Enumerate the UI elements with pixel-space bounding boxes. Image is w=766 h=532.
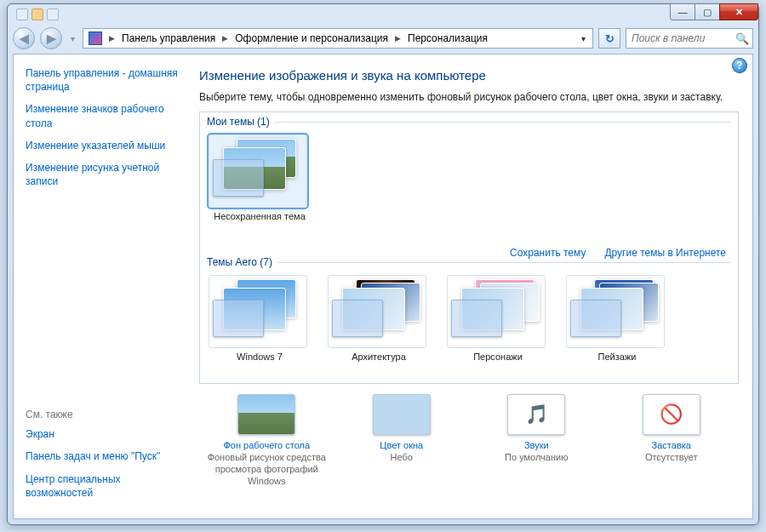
option-title: Фон рабочего стола [207,440,326,450]
desktop-background-icon [237,394,295,435]
sidebar-link-desktop-icons[interactable]: Изменение значков рабочего стола [26,102,180,129]
help-button[interactable]: ? [732,58,747,73]
address-bar[interactable]: ▶ Панель управления ▶ Оформление и персо… [83,28,593,49]
page-subtext: Выберите тему, чтобы одновременно измени… [199,91,739,103]
more-themes-link[interactable]: Другие темы в Интернете [604,247,726,259]
section-my-themes-label: Мои темы (1) [207,116,270,128]
back-button[interactable]: ◀ [13,27,35,49]
seealso-link-ease-of-access[interactable]: Центр специальных возможностей [26,472,180,500]
divider [277,262,731,263]
window-frame: — ▢ ✕ ◀ ▶ ▾ ▶ Панель управления ▶ Оформл… [7,3,759,525]
theme-item-unsaved[interactable]: Несохраненная тема [209,134,311,222]
main-panel: ? Изменение изображения и звука на компь… [191,54,752,518]
title-icon-2 [31,9,43,20]
theme-caption: Windows 7 [209,352,311,363]
title-bar[interactable]: — ▢ ✕ [8,4,758,25]
theme-caption: Несохраненная тема [209,211,311,222]
forward-button[interactable]: ▶ [40,27,62,49]
theme-item-characters[interactable]: Персонажи [447,275,549,363]
breadcrumb-seg-1[interactable]: Оформление и персонализация [232,32,392,44]
search-icon: 🔍 [735,32,749,45]
option-desc: По умолчанию [477,452,596,464]
sidebar-link-mouse-pointers[interactable]: Изменение указателей мыши [26,139,180,152]
option-title: Заставка [612,440,731,450]
title-icon-1 [16,9,28,20]
breadcrumb-sep-icon: ▶ [220,34,230,43]
nav-row: ◀ ▶ ▾ ▶ Панель управления ▶ Оформление и… [8,25,758,52]
see-also-label: См. также [26,409,180,420]
theme-caption: Архитектура [328,352,430,363]
sounds-icon: 🎵 [507,394,565,435]
sidebar-link-account-picture[interactable]: Изменение рисунка учетной записи [26,161,180,188]
theme-item-windows7[interactable]: Windows 7 [209,275,311,363]
theme-item-architecture[interactable]: Архитектура [328,275,430,363]
screensaver-icon: 🚫 [643,394,700,435]
minimize-button[interactable]: — [670,3,695,20]
option-screensaver[interactable]: 🚫 Заставка Отсутствует [612,394,731,464]
section-my-themes: Мои темы (1) [200,112,738,129]
theme-caption: Персонажи [447,352,549,363]
breadcrumb-seg-0[interactable]: Панель управления [118,32,219,44]
option-desc: Небо [342,452,461,464]
content-area: Панель управления - домашняя страница Из… [13,54,753,519]
divider [275,122,731,123]
option-title: Звуки [477,440,596,450]
option-desc: Фоновый рисунок средства просмотра фотог… [207,452,326,487]
search-box[interactable]: 🔍 [626,28,753,49]
option-window-color[interactable]: Цвет окна Небо [342,394,461,464]
sidebar-link-home[interactable]: Панель управления - домашняя страница [26,66,180,94]
option-desktop-background[interactable]: Фон рабочего стола Фоновый рисунок средс… [207,394,326,487]
address-dropdown-icon[interactable]: ▾ [576,34,591,43]
option-desc: Отсутствует [612,452,731,464]
seealso-link-taskbar[interactable]: Панель задач и меню "Пуск" [26,449,180,463]
window-color-icon [373,394,431,435]
theme-item-landscapes[interactable]: Пейзажи [566,275,668,363]
search-input[interactable] [630,31,732,45]
sidebar: Панель управления - домашняя страница Из… [14,54,191,518]
option-sounds[interactable]: 🎵 Звуки По умолчанию [477,394,596,464]
control-panel-icon [89,31,102,45]
option-title: Цвет окна [342,440,461,450]
maximize-button[interactable]: ▢ [695,3,720,20]
history-chevron-icon[interactable]: ▾ [67,30,77,47]
seealso-link-display[interactable]: Экран [26,427,180,441]
save-theme-link[interactable]: Сохранить тему [510,247,586,259]
breadcrumb-sep-icon: ▶ [393,34,403,43]
theme-components-row: Фон рабочего стола Фоновый рисунок средс… [199,394,739,487]
section-aero-themes-label: Темы Aero (7) [207,256,272,268]
close-button[interactable]: ✕ [719,3,758,20]
page-title: Изменение изображения и звука на компьют… [199,68,739,83]
breadcrumb-sep-icon: ▶ [107,34,117,43]
themes-list[interactable]: Мои темы (1) Несохраненная тема [199,112,739,384]
theme-caption: Пейзажи [566,352,668,363]
breadcrumb-seg-2[interactable]: Персонализация [404,32,491,44]
title-quick-icons [16,9,59,20]
title-icon-3 [47,9,59,20]
refresh-button[interactable]: ↻ [598,28,620,49]
